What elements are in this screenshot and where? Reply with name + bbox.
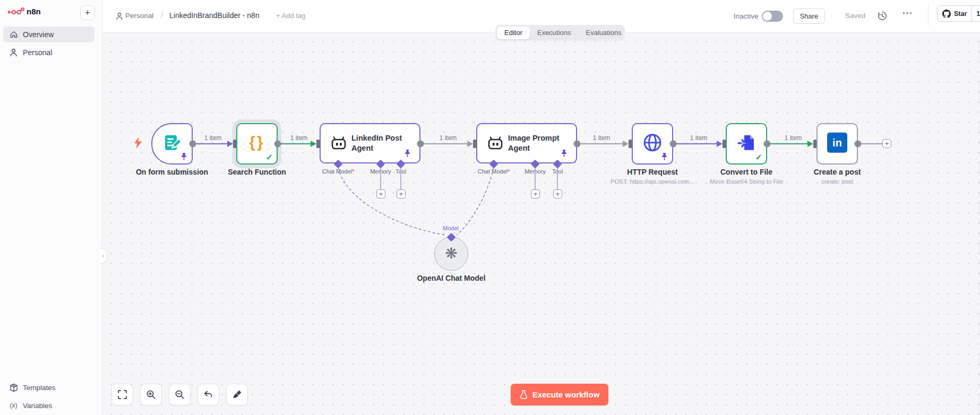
port-label-memory: Memory [525,168,546,175]
node-openai-chat-model[interactable]: ❋ [434,237,468,271]
robot-icon [329,136,348,151]
tab-evaluations[interactable]: Evaluations [579,27,629,39]
github-star-label: Star [954,10,967,18]
add-node-button[interactable]: + [882,139,891,148]
view-tabs: Editor Executions Evaluations [495,25,625,41]
node-http-request[interactable] [632,123,673,165]
zoom-to-fit-button[interactable] [111,384,133,405]
node-title: Image Prompt Agent [508,133,560,153]
connections-layer [0,0,980,415]
header: Personal / LinkedInBrandBuilder - n8n + … [0,0,980,33]
n8n-logo[interactable] [7,7,25,16]
sidebar-item-label: Variables [23,402,52,410]
execute-workflow-button[interactable]: Execute workflow [511,384,608,405]
linkedin-icon: in [827,133,847,153]
edge-items-label: 1 item [290,134,308,142]
tab-executions[interactable]: Executions [530,27,579,39]
variables-icon: (x) [9,402,18,409]
node-subtitle: create: post [821,178,853,185]
pin-icon [180,152,187,161]
tidy-up-button[interactable] [226,384,248,405]
globe-icon [642,133,663,153]
node-title: Search Function [228,168,286,176]
node-title: On form submission [136,168,208,176]
robot-icon [486,136,505,151]
sidebar-item-variables[interactable]: (x) Variables [3,398,94,413]
edge-items-label: 1 item [593,134,611,142]
sidebar-item-personal[interactable]: Personal [3,45,94,60]
add-memory-button[interactable]: + [531,189,540,198]
node-image-prompt-agent[interactable]: Image Prompt Agent [476,123,577,163]
file-import-icon [737,133,756,152]
more-options-button[interactable]: ··· [902,8,913,19]
activation-toggle[interactable] [762,11,783,22]
package-icon [9,383,18,392]
sidebar: n8n + Overview Personal Templates (x) Va… [0,0,102,415]
add-workflow-button[interactable]: + [80,5,95,20]
edge-items-label: 1 item [204,134,222,142]
node-linkedin-post-agent[interactable]: LinkedIn Post Agent [320,123,420,163]
add-tag-button[interactable]: + Add tag [276,12,305,20]
sidebar-item-templates[interactable]: Templates [3,380,94,395]
port-label-tool: Tool [396,168,406,175]
node-on-form-submission[interactable] [151,123,193,165]
workflow-history-icon[interactable] [877,11,888,21]
node-title: Convert to File [720,168,772,176]
node-title: LinkedIn Post Agent [351,133,402,153]
form-icon [162,133,182,152]
trigger-bolt-icon [134,137,142,149]
home-icon [9,30,18,39]
node-create-a-post[interactable]: in [816,123,858,165]
edge-items-label: 1 item [440,134,457,142]
person-icon [116,12,123,20]
n8n-logo-text: n8n [27,7,41,16]
sidebar-item-label: Templates [23,384,56,392]
node-subtitle: POST: https://api.openai.com... [611,178,695,185]
workflow-canvas[interactable]: {} ✓ LinkedIn Post Agent [0,0,980,415]
code-braces-icon: {} [249,133,264,151]
breadcrumb-project[interactable]: Personal [125,12,153,20]
sidebar-item-label: Personal [23,48,52,57]
pin-icon [561,149,568,158]
github-star-button[interactable]: Star 1 [937,5,980,22]
saved-status: Saved [845,12,865,20]
share-button[interactable]: Share [793,8,825,24]
node-search-function[interactable]: {} ✓ [236,123,278,165]
node-title: Create a post [814,168,861,176]
pin-icon [661,152,668,161]
toggle-knob [763,12,772,21]
flask-icon [520,390,528,399]
openai-icon: ❋ [445,245,457,262]
port-label-memory: Memory [370,168,391,175]
github-icon [942,10,951,18]
tab-editor[interactable]: Editor [497,27,530,39]
node-title: OpenAI Chat Model [417,274,485,282]
sidebar-item-overview[interactable]: Overview [3,27,94,42]
success-check-icon: ✓ [266,152,273,162]
model-port-label: Model [443,225,459,231]
sidebar-collapse-handle[interactable]: ‹ [99,248,107,264]
edge-items-label: 1 item [785,134,802,142]
add-memory-button[interactable]: + [376,189,385,198]
zoom-in-button[interactable] [140,384,162,405]
breadcrumb-separator: / [161,11,163,20]
pin-icon [404,149,411,158]
success-check-icon: ✓ [755,152,762,162]
workflow-title[interactable]: LinkedInBrandBuilder - n8n [169,11,260,20]
undo-button[interactable] [197,384,219,405]
node-title: HTTP Request [627,168,677,176]
add-tool-button[interactable]: + [397,189,406,198]
zoom-out-button[interactable] [169,384,191,405]
port-label-chat-model: Chat Model* [322,168,355,175]
github-star-count: 1 [972,6,980,21]
node-convert-to-file[interactable]: ✓ [726,123,767,165]
execute-workflow-label: Execute workflow [532,390,600,399]
activation-status-label: Inactive [734,12,759,20]
person-icon [9,48,18,57]
add-tool-button[interactable]: + [553,189,562,198]
header-divider [928,3,929,26]
port-label-chat-model: Chat Model* [478,168,510,175]
port-label-tool: Tool [552,168,563,175]
sidebar-item-label: Overview [23,30,54,39]
node-subtitle: Move Base64 String to File [710,178,783,185]
